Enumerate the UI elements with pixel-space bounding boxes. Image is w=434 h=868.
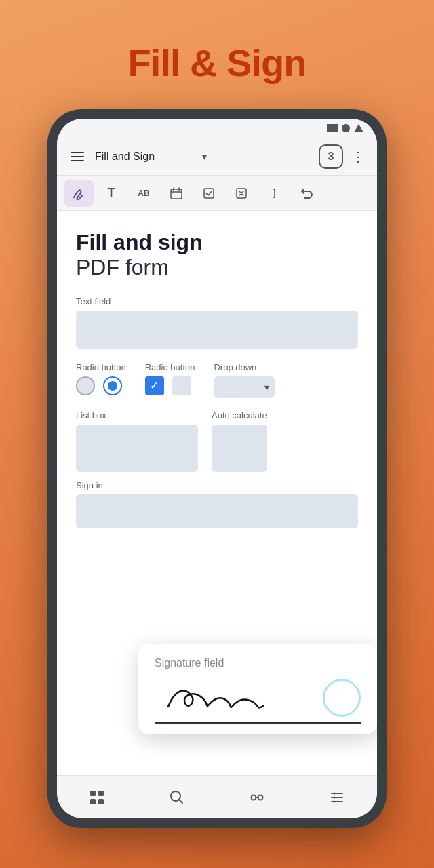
pdf-heading: Fill and sign PDF form [76, 230, 358, 280]
radio-dot-1b [108, 381, 117, 391]
svg-point-12 [334, 800, 336, 802]
circle-icon [342, 124, 350, 132]
signature-popup-label: Signature field [155, 657, 361, 669]
sign-section: Sign in [76, 480, 358, 528]
checkmark-icon: ✓ [150, 379, 159, 392]
radio-group-1: Radio button [76, 362, 126, 395]
radio-options-1 [76, 376, 126, 395]
app-bar: Fill and Sign ▾ 3 ⋮ [57, 138, 377, 176]
text-tool[interactable]: T [96, 180, 126, 207]
svg-rect-3 [90, 791, 96, 796]
nav-grid-button[interactable] [88, 789, 106, 806]
menu-button[interactable] [68, 149, 87, 164]
stamp-icon [323, 679, 361, 717]
auto-calc-box[interactable] [212, 425, 267, 472]
nav-view-button[interactable] [248, 789, 266, 806]
page-title: Fill & Sign [128, 41, 307, 85]
radio-group-2: Radio button ✓ [145, 362, 195, 395]
dropdown-arrow-icon: ▾ [264, 382, 269, 393]
more-button[interactable]: ⋮ [351, 149, 366, 165]
bottom-nav [57, 775, 377, 818]
signature-tool[interactable] [64, 180, 94, 207]
radio-row: Radio button Radio button ✓ [76, 362, 358, 398]
radio-group-1-label: Radio button [76, 362, 126, 372]
nav-search-button[interactable] [168, 789, 186, 806]
list-row: List box Auto calculate [76, 410, 358, 472]
pdf-page: Fill and sign PDF form Text field Radio … [57, 211, 377, 775]
svg-point-10 [334, 792, 336, 794]
list-box[interactable] [76, 425, 198, 472]
badge-button[interactable]: 3 [319, 144, 343, 169]
badge-number: 3 [328, 151, 334, 163]
radio-option-1b[interactable] [103, 376, 122, 395]
signature-drawing-area[interactable] [155, 676, 361, 724]
content-area: Fill and sign PDF form Text field Radio … [57, 211, 377, 775]
chevron-down-icon[interactable]: ▾ [202, 151, 207, 162]
svg-point-8 [252, 795, 256, 800]
phone-inner: Fill and Sign ▾ 3 ⋮ T AB [57, 119, 377, 818]
date-tool[interactable] [161, 180, 191, 207]
cross-tool[interactable] [226, 180, 256, 207]
radio-options-2: ✓ [145, 376, 195, 395]
list-box-group: List box [76, 410, 198, 472]
dropdown-group: Drop down ▾ [214, 362, 275, 398]
svg-rect-5 [90, 799, 96, 804]
checkmark-tool[interactable] [194, 180, 224, 207]
pdf-heading-light: PDF form [76, 255, 169, 279]
radio-option-1a[interactable] [76, 376, 95, 395]
bracket-tool[interactable] [259, 180, 289, 207]
text-field-label: Text field [76, 296, 358, 307]
auto-calc-label: Auto calculate [212, 410, 267, 420]
dropdown-label: Drop down [214, 362, 275, 372]
initials-tool[interactable]: AB [129, 180, 159, 207]
svg-rect-1 [204, 189, 214, 198]
sign-label: Sign in [76, 480, 358, 490]
signal-icon [327, 124, 338, 132]
checkbox-checked[interactable]: ✓ [145, 376, 164, 395]
undo-button[interactable] [292, 180, 321, 207]
triangle-icon [354, 124, 363, 132]
text-field-box[interactable] [76, 311, 358, 349]
radio-group-2-label: Radio button [145, 362, 195, 372]
status-bar [57, 119, 377, 138]
svg-rect-6 [98, 799, 104, 804]
list-box-label: List box [76, 410, 198, 420]
sign-field-box[interactable] [76, 494, 358, 528]
svg-point-11 [334, 796, 336, 798]
svg-rect-4 [98, 791, 104, 796]
phone-shell: Fill and Sign ▾ 3 ⋮ T AB [47, 109, 387, 828]
checkbox-empty[interactable] [172, 376, 191, 395]
svg-rect-0 [171, 189, 182, 199]
auto-calc-group: Auto calculate [212, 410, 267, 472]
svg-point-9 [258, 795, 263, 800]
signature-svg [155, 676, 290, 717]
nav-list-button[interactable] [328, 789, 346, 806]
app-bar-title: Fill and Sign [95, 151, 191, 163]
signature-popup: Signature field [138, 644, 377, 734]
dropdown-field[interactable]: ▾ [214, 376, 275, 398]
toolbar: T AB [57, 176, 377, 211]
